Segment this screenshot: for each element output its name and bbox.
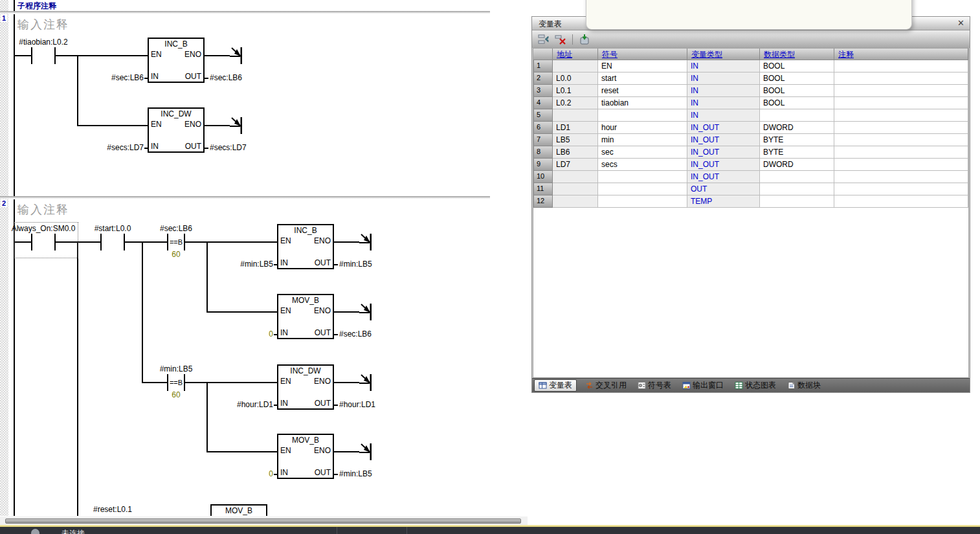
data-type-cell[interactable]: BOOL bbox=[760, 60, 834, 72]
address-cell[interactable] bbox=[553, 60, 598, 72]
compare-operator[interactable]: ==B bbox=[168, 379, 184, 387]
comment-cell[interactable] bbox=[834, 122, 968, 134]
view-tab-符号表[interactable]: 符号表 bbox=[635, 379, 674, 392]
symbol-cell[interactable] bbox=[598, 171, 687, 183]
instruction-box[interactable]: INC_BENENOINOUT bbox=[148, 38, 205, 83]
var-type-cell[interactable]: IN_OUT bbox=[687, 146, 760, 159]
symbol-cell[interactable]: min bbox=[598, 134, 687, 146]
contact-bar[interactable] bbox=[31, 47, 32, 64]
row-number-cell[interactable]: 7 bbox=[533, 134, 553, 146]
var-type-cell[interactable]: IN bbox=[687, 72, 760, 85]
comment-cell[interactable] bbox=[834, 195, 968, 208]
output-operand-label[interactable]: #secs:LD7 bbox=[210, 143, 281, 152]
contact-bar[interactable] bbox=[54, 47, 56, 64]
symbol-cell[interactable]: reset bbox=[598, 85, 687, 97]
instruction-box[interactable]: INC_BENENOINOUT bbox=[277, 224, 334, 269]
compare-value[interactable]: 60 bbox=[144, 250, 208, 259]
delete-row-button[interactable] bbox=[554, 33, 567, 46]
row-number-cell[interactable]: 1 bbox=[533, 60, 553, 72]
contact-bar[interactable] bbox=[31, 234, 32, 250]
address-cell[interactable]: LB6 bbox=[553, 146, 598, 159]
var-type-cell[interactable]: TEMP bbox=[687, 195, 760, 208]
data-type-cell[interactable]: BYTE bbox=[760, 134, 834, 146]
compare-operator[interactable]: ==B bbox=[168, 238, 184, 247]
scrollbar-thumb[interactable] bbox=[5, 518, 521, 524]
compare-operand[interactable]: #min:LB5 bbox=[144, 364, 208, 373]
var-type-cell[interactable]: IN bbox=[687, 60, 760, 72]
network-comment[interactable]: 输入注释 bbox=[17, 17, 69, 32]
input-operand-label[interactable]: 0 bbox=[211, 469, 273, 478]
row-number-cell[interactable]: 12 bbox=[533, 195, 553, 208]
view-tab-数据块[interactable]: 数据块 bbox=[785, 379, 823, 392]
var-type-cell[interactable]: IN_OUT bbox=[687, 171, 760, 183]
table-header-cell[interactable]: 变量类型 bbox=[687, 49, 760, 60]
comment-cell[interactable] bbox=[834, 146, 968, 159]
symbol-cell[interactable]: start bbox=[598, 72, 687, 85]
var-type-cell[interactable]: IN_OUT bbox=[687, 134, 760, 146]
instruction-box[interactable]: INC_DWENENOINOUT bbox=[277, 364, 334, 410]
address-cell[interactable] bbox=[553, 171, 598, 183]
view-tab-交叉引用[interactable]: 交叉引用 bbox=[583, 379, 629, 392]
row-number-cell[interactable]: 11 bbox=[533, 183, 553, 195]
data-type-cell[interactable]: BYTE bbox=[760, 146, 834, 159]
data-type-cell[interactable]: DWORD bbox=[760, 159, 834, 171]
output-operand-label[interactable]: #sec:LB6 bbox=[339, 329, 410, 339]
view-tab-输出窗口[interactable]: 输出窗口 bbox=[680, 379, 726, 392]
data-type-cell[interactable]: BOOL bbox=[760, 97, 834, 109]
row-number-cell[interactable]: 8 bbox=[533, 146, 553, 159]
address-cell[interactable]: LD7 bbox=[553, 159, 598, 171]
table-header-cell[interactable]: 注释 bbox=[834, 49, 968, 60]
view-tab-状态图表[interactable]: 状态图表 bbox=[732, 379, 779, 392]
row-number-cell[interactable]: 4 bbox=[533, 97, 553, 109]
contact-bar[interactable] bbox=[124, 234, 125, 250]
symbol-cell[interactable]: sec bbox=[598, 146, 687, 159]
data-type-cell[interactable] bbox=[760, 109, 834, 122]
compare-value[interactable]: 60 bbox=[144, 390, 208, 399]
output-operand-label[interactable]: #hour:LD1 bbox=[339, 400, 410, 409]
output-operand-label[interactable]: #min:LB5 bbox=[339, 469, 410, 478]
data-type-cell[interactable] bbox=[760, 195, 834, 208]
symbol-cell[interactable] bbox=[598, 195, 687, 208]
input-operand-label[interactable]: 0 bbox=[211, 329, 273, 339]
var-type-cell[interactable]: IN bbox=[687, 85, 760, 97]
comment-cell[interactable] bbox=[834, 85, 968, 97]
compare-operand[interactable]: #sec:LB6 bbox=[144, 224, 208, 233]
comment-cell[interactable] bbox=[834, 171, 968, 183]
comment-cell[interactable] bbox=[834, 159, 968, 171]
symbol-cell[interactable]: hour bbox=[598, 122, 687, 134]
output-operand-label[interactable]: #sec:LB6 bbox=[210, 73, 281, 82]
symbol-cell[interactable]: tiaobian bbox=[598, 97, 687, 109]
address-cell[interactable]: LB5 bbox=[553, 134, 598, 146]
row-number-cell[interactable]: 2 bbox=[533, 72, 553, 85]
data-type-cell[interactable]: BOOL bbox=[760, 72, 834, 85]
var-type-cell[interactable]: OUT bbox=[687, 183, 760, 195]
comment-cell[interactable] bbox=[834, 109, 968, 122]
row-number-cell[interactable]: 3 bbox=[533, 85, 553, 97]
comment-cell[interactable] bbox=[834, 97, 968, 109]
address-cell[interactable] bbox=[553, 195, 598, 208]
input-operand-label[interactable]: #sec:LB6 bbox=[82, 73, 144, 82]
input-operand-label[interactable]: #min:LB5 bbox=[211, 260, 273, 269]
address-cell[interactable]: L0.1 bbox=[553, 85, 598, 97]
ladder-editor-pane[interactable]: 子程序注释 1 输入注释 2 输入注释 #tiaobian:L0.2Always… bbox=[0, 0, 528, 516]
program-comment[interactable]: 子程序注释 bbox=[17, 1, 56, 12]
comment-cell[interactable] bbox=[834, 72, 968, 85]
instruction-box[interactable]: MOV_BENENOINOUT bbox=[277, 294, 334, 339]
var-type-cell[interactable]: IN bbox=[687, 97, 760, 109]
comment-cell[interactable] bbox=[834, 60, 968, 72]
instruction-box[interactable]: MOV_BENENOINOUT bbox=[210, 504, 267, 516]
data-type-cell[interactable]: BOOL bbox=[760, 85, 834, 97]
row-number-cell[interactable]: 10 bbox=[533, 171, 553, 183]
contact-label[interactable]: #start:L0.0 bbox=[80, 224, 145, 233]
table-header-cell[interactable]: 数据类型 bbox=[760, 49, 834, 60]
export-button[interactable] bbox=[578, 33, 591, 46]
horizontal-scrollbar[interactable] bbox=[0, 516, 528, 525]
var-type-cell[interactable]: IN_OUT bbox=[687, 122, 760, 134]
row-number-cell[interactable]: 9 bbox=[533, 159, 553, 171]
contact-bar[interactable] bbox=[54, 234, 56, 250]
close-icon[interactable]: ✕ bbox=[957, 18, 964, 28]
table-header-cell[interactable]: 符号 bbox=[598, 49, 687, 60]
comment-cell[interactable] bbox=[834, 134, 968, 146]
row-number-cell[interactable]: 5 bbox=[533, 109, 553, 122]
table-header-cell[interactable]: 地址 bbox=[553, 49, 598, 60]
